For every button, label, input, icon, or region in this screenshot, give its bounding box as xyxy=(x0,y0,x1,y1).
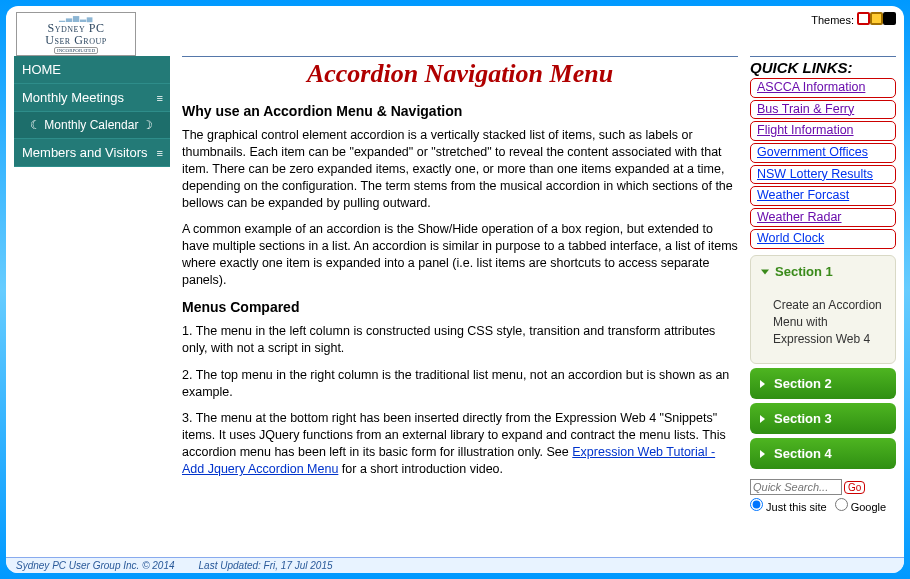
theme-white[interactable] xyxy=(857,12,870,25)
logo-line2: User Group xyxy=(45,34,106,46)
nav-item-label: Monthly Meetings xyxy=(22,90,124,105)
accordion-header-4[interactable]: Section 4 xyxy=(750,438,896,469)
quicklink-link[interactable]: Weather Forcast xyxy=(757,188,849,202)
themes-picker: Themes: xyxy=(811,12,896,27)
accordion-header-3[interactable]: Section 3 xyxy=(750,403,896,434)
topbar: ▁▃▅▂▄ Sydney PC User Group INCORPORATED … xyxy=(6,6,904,56)
nav-item-label: Members and Visitors xyxy=(22,145,147,160)
search-scope-google[interactable]: Google xyxy=(835,498,887,513)
accordion-section-2: Section 2 xyxy=(750,368,896,399)
para-4: 2. The top menu in the right column is t… xyxy=(182,367,738,401)
burger-icon: ≡ xyxy=(157,147,162,159)
accordion-section-4: Section 4 xyxy=(750,438,896,469)
main-content: Accordion Navigation Menu Why use an Acc… xyxy=(182,56,738,513)
accordion-body-1: Create an Accordion Menu with Expression… xyxy=(751,287,895,363)
heading-why: Why use an Accordion Menu & Navigation xyxy=(182,103,738,119)
nav-item-3[interactable]: Members and Visitors≡ xyxy=(14,139,170,167)
quicklinks-heading: QUICK LINKS: xyxy=(750,59,896,76)
quicklink-4[interactable]: NSW Lottery Results xyxy=(750,165,896,185)
para-5-tail: for a short introduction video. xyxy=(338,462,503,476)
nav-item-label: ☾ Monthly Calendar ☽ xyxy=(30,118,153,132)
search-scope-site[interactable]: Just this site xyxy=(750,498,827,513)
quicklink-link[interactable]: Weather Radar xyxy=(757,210,842,224)
quicklink-link[interactable]: NSW Lottery Results xyxy=(757,167,873,181)
search-input[interactable] xyxy=(750,479,842,495)
page-title: Accordion Navigation Menu xyxy=(182,59,738,89)
radio-google-label: Google xyxy=(851,501,886,513)
radio-this-site-label: Just this site xyxy=(766,501,827,513)
quicklink-6[interactable]: Weather Radar xyxy=(750,208,896,228)
accordion-header-1[interactable]: Section 1 xyxy=(751,256,895,287)
heading-compared: Menus Compared xyxy=(182,299,738,315)
quicklink-0[interactable]: ASCCA Information xyxy=(750,78,896,98)
burger-icon: ≡ xyxy=(157,92,162,104)
quicklink-1[interactable]: Bus Train & Ferry xyxy=(750,100,896,120)
quicklink-link[interactable]: World Clock xyxy=(757,231,824,245)
para-5: 3. The menu at the bottom right has been… xyxy=(182,410,738,478)
search-go-button[interactable]: Go xyxy=(844,481,865,494)
logo-inc: INCORPORATED xyxy=(54,47,98,54)
quicklink-3[interactable]: Government Offices xyxy=(750,143,896,163)
quicklink-2[interactable]: Flight Information xyxy=(750,121,896,141)
accordion: Section 1Create an Accordion Menu with E… xyxy=(750,255,896,469)
nav-item-1[interactable]: Monthly Meetings≡ xyxy=(14,84,170,112)
themes-label: Themes: xyxy=(811,14,854,26)
para-2: A common example of an accordion is the … xyxy=(182,221,738,289)
quicklink-link[interactable]: Flight Information xyxy=(757,123,854,137)
para-3: 1. The menu in the left column is constr… xyxy=(182,323,738,357)
quicklink-link[interactable]: Government Offices xyxy=(757,145,868,159)
para-1: The graphical control element accordion … xyxy=(182,127,738,211)
theme-black[interactable] xyxy=(883,12,896,25)
accordion-section-1: Section 1Create an Accordion Menu with E… xyxy=(750,255,896,364)
left-nav: HOMEMonthly Meetings≡☾ Monthly Calendar … xyxy=(14,56,170,513)
quicklink-link[interactable]: ASCCA Information xyxy=(757,80,865,94)
footer-updated: Last Updated: Fri, 17 Jul 2015 xyxy=(199,560,333,571)
app-window: ▁▃▅▂▄ Sydney PC User Group INCORPORATED … xyxy=(6,6,904,573)
nav-item-label: HOME xyxy=(22,62,61,77)
accordion-header-2[interactable]: Section 2 xyxy=(750,368,896,399)
quicklink-link[interactable]: Bus Train & Ferry xyxy=(757,102,854,116)
radio-this-site[interactable] xyxy=(750,498,763,511)
right-column: QUICK LINKS: ASCCA InformationBus Train … xyxy=(750,56,896,513)
nav-item-0[interactable]: HOME xyxy=(14,56,170,84)
radio-google[interactable] xyxy=(835,498,848,511)
quicklink-5[interactable]: Weather Forcast xyxy=(750,186,896,206)
accordion-section-3: Section 3 xyxy=(750,403,896,434)
search-scope: Just this site Google xyxy=(750,498,896,513)
quicklinks-list: ASCCA InformationBus Train & FerryFlight… xyxy=(750,78,896,249)
search-row: Go xyxy=(750,479,896,495)
logo[interactable]: ▁▃▅▂▄ Sydney PC User Group INCORPORATED xyxy=(16,12,136,56)
columns: HOMEMonthly Meetings≡☾ Monthly Calendar … xyxy=(6,56,904,513)
footer-copyright: Sydney PC User Group Inc. © 2014 xyxy=(16,560,175,571)
theme-yellow[interactable] xyxy=(870,12,883,25)
footer: Sydney PC User Group Inc. © 2014 Last Up… xyxy=(6,557,904,573)
nav-item-2[interactable]: ☾ Monthly Calendar ☽ xyxy=(14,112,170,139)
quicklink-7[interactable]: World Clock xyxy=(750,229,896,249)
